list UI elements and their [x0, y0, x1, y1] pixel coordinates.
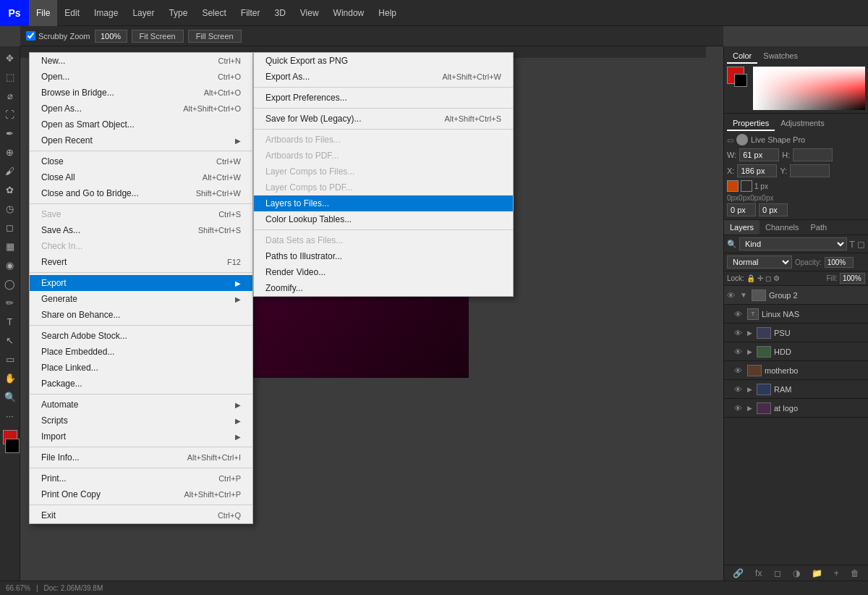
border-r1-input[interactable] [727, 203, 756, 216]
fm-recent[interactable]: Open Recent ▶ [30, 132, 252, 148]
layer-item[interactable]: 👁 ▼ Group 2 [724, 286, 868, 305]
fm-exit[interactable]: Exit Ctrl+Q [30, 507, 252, 523]
group-expand-icon[interactable]: ▶ [747, 386, 752, 393]
fit-screen-button[interactable]: Fit Screen [132, 30, 184, 43]
menu-help[interactable]: Help [371, 0, 404, 26]
gradient-tool[interactable]: ▦ [1, 237, 19, 255]
eraser-tool[interactable]: ◻ [1, 219, 19, 236]
layer-item[interactable]: 👁 ▶ RAM [724, 380, 868, 399]
fm-save-as[interactable]: Save As... Shift+Ctrl+S [30, 222, 252, 238]
fm-close[interactable]: Close Ctrl+W [30, 153, 252, 169]
fm-check-in[interactable]: Check In... [30, 238, 252, 254]
fm-bridge[interactable]: Browse in Bridge... Alt+Ctrl+O [30, 85, 252, 101]
zoom-tool-btn[interactable]: 🔍 [1, 388, 19, 405]
stroke-color-swatch[interactable] [727, 180, 739, 192]
fill-color-swatch[interactable] [741, 180, 752, 192]
fm-open-as[interactable]: Open As... Alt+Shift+Ctrl+O [30, 101, 252, 117]
add-group-icon[interactable]: 📁 [812, 568, 822, 578]
tab-properties[interactable]: Properties [727, 117, 775, 131]
type-tool[interactable]: T [1, 313, 19, 330]
path-select-tool[interactable]: ↖ [1, 332, 19, 349]
fm-file-info[interactable]: File Info... Alt+Shift+Ctrl+I [30, 450, 252, 465]
fm-open[interactable]: Open... Ctrl+O [30, 69, 252, 85]
blend-mode-select[interactable]: Normal Multiply Screen [727, 256, 792, 269]
add-mask-icon[interactable]: ◻ [774, 568, 781, 578]
esm-quick-export[interactable]: Quick Export as PNG [254, 53, 513, 69]
fm-close-bridge[interactable]: Close and Go to Bridge... Shift+Ctrl+W [30, 185, 252, 201]
eye-icon[interactable]: 👁 [734, 366, 744, 375]
brush-tool[interactable]: 🖌 [1, 162, 19, 180]
fill-input[interactable] [840, 273, 865, 284]
eye-icon[interactable]: 👁 [734, 310, 744, 318]
fm-close-all[interactable]: Close All Alt+Ctrl+W [30, 169, 252, 185]
esm-artboards-pdf[interactable]: Artboards to PDF... [254, 148, 513, 164]
lock-icon[interactable]: 🔒 [746, 274, 755, 282]
menu-view[interactable]: View [293, 0, 326, 26]
layer-item[interactable]: 👁 T Linux NAS [724, 305, 868, 324]
bg-color-box[interactable] [734, 74, 747, 87]
fm-scripts[interactable]: Scripts ▶ [30, 413, 252, 429]
esm-layer-comps-files[interactable]: Layer Comps to Files... [254, 164, 513, 180]
eye-icon[interactable]: 👁 [734, 329, 744, 337]
layers-kind-select[interactable]: Kind [739, 237, 847, 250]
dodge-tool[interactable]: ◯ [1, 275, 19, 292]
esm-export-as[interactable]: Export As... Alt+Shift+Ctrl+W [254, 69, 513, 85]
eye-icon[interactable]: 👁 [734, 385, 744, 394]
tab-adjustments[interactable]: Adjustments [775, 117, 830, 131]
menu-select[interactable]: Select [195, 0, 233, 26]
lock-pos-icon[interactable]: ✛ [757, 274, 763, 282]
eye-icon[interactable]: 👁 [734, 404, 744, 413]
fill-screen-button[interactable]: Fill Screen [188, 30, 242, 43]
esm-layer-comps-pdf[interactable]: Layer Comps to PDF... [254, 180, 513, 195]
menu-3d[interactable]: 3D [267, 0, 292, 26]
fm-smart-object[interactable]: Open as Smart Object... [30, 117, 252, 132]
add-layer-icon[interactable]: + [834, 568, 839, 578]
layer-item[interactable]: 👁 motherbo [724, 361, 868, 380]
esm-color-lookup[interactable]: Color Lookup Tables... [254, 211, 513, 227]
fm-revert[interactable]: Revert F12 [30, 254, 252, 270]
h-input[interactable] [793, 148, 833, 161]
tab-layers[interactable]: Layers [724, 220, 760, 235]
fm-package[interactable]: Package... [30, 376, 252, 392]
fm-automate[interactable]: Automate ▶ [30, 397, 252, 413]
y-input[interactable] [790, 164, 830, 177]
eye-icon[interactable]: 👁 [727, 291, 737, 300]
zoom-input[interactable] [95, 30, 127, 43]
esm-layers-files[interactable]: Layers to Files... [254, 195, 513, 211]
w-input[interactable] [739, 148, 779, 161]
group-expand-icon[interactable]: ▶ [747, 348, 752, 355]
esm-artboards-files[interactable]: Artboards to Files... [254, 132, 513, 148]
menu-edit[interactable]: Edit [57, 0, 87, 26]
tab-color[interactable]: Color [727, 49, 757, 64]
add-style-icon[interactable]: fx [755, 568, 762, 578]
pen-tool[interactable]: ✏ [1, 294, 19, 311]
hand-tool[interactable]: ✋ [1, 369, 19, 387]
menu-file[interactable]: File [29, 0, 57, 26]
fm-adobe-stock[interactable]: Search Adobe Stock... [30, 328, 252, 344]
esm-render-video[interactable]: Render Video... [254, 264, 513, 280]
delete-layer-icon[interactable]: 🗑 [851, 568, 859, 578]
layer-item[interactable]: 👁 ▶ HDD [724, 342, 868, 361]
heal-tool[interactable]: ⊕ [1, 143, 19, 161]
group-expand-icon[interactable]: ▶ [747, 405, 752, 412]
fm-share-behance[interactable]: Share on Behance... [30, 307, 252, 323]
menu-window[interactable]: Window [326, 0, 372, 26]
layer-item[interactable]: 👁 ▶ PSU [724, 324, 868, 342]
opacity-input[interactable] [825, 257, 854, 268]
fm-import[interactable]: Import ▶ [30, 429, 252, 444]
menu-image[interactable]: Image [87, 0, 125, 26]
fm-place-linked[interactable]: Place Linked... [30, 360, 252, 376]
esm-export-prefs[interactable]: Export Preferences... [254, 90, 513, 106]
esm-zoomify[interactable]: Zoomify... [254, 280, 513, 296]
eye-icon[interactable]: 👁 [734, 347, 744, 356]
fm-place-embedded[interactable]: Place Embedded... [30, 344, 252, 360]
x-input[interactable] [737, 164, 777, 177]
scrubby-zoom-check[interactable]: Scrubby Zoom [26, 31, 90, 41]
layer-item[interactable]: 👁 ▶ at logo [724, 399, 868, 418]
eyedropper-tool[interactable]: ✒ [1, 125, 19, 142]
esm-save-web[interactable]: Save for Web (Legacy)... Alt+Shift+Ctrl+… [254, 111, 513, 127]
bg-color-swatch[interactable] [5, 439, 20, 453]
scrubby-zoom-checkbox[interactable] [26, 31, 35, 41]
link-layers-icon[interactable]: 🔗 [733, 568, 744, 578]
lasso-tool[interactable]: ⌀ [1, 87, 19, 104]
